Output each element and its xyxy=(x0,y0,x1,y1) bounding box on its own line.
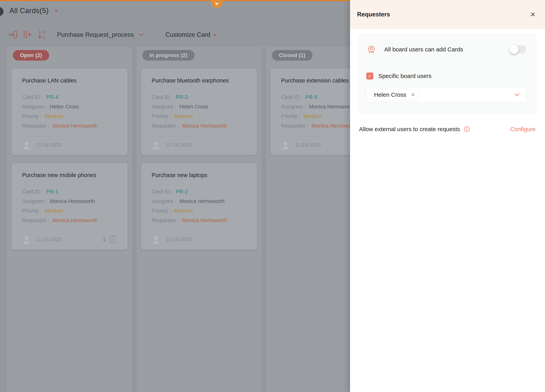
lane-in-progress-pill[interactable]: In progress (2) xyxy=(142,50,195,61)
card-fields: Card ID :PR-4 Assignee :Helen Cross Prio… xyxy=(22,93,117,131)
card-title: Purchase new mobile phones xyxy=(22,172,117,178)
assignee-label: Assignee : xyxy=(152,197,176,206)
card-date: 11-16-2023 xyxy=(166,142,191,148)
arrow-right-icon: ▸ xyxy=(214,32,216,38)
card-id-value[interactable]: PR-5 xyxy=(305,93,317,102)
card-footer: 11-16-2023 xyxy=(22,140,117,149)
checklist-count: 1 xyxy=(103,236,106,243)
user-multiselect[interactable]: Helen Cross ✕ xyxy=(366,87,526,103)
card-footer: 11-16-2023 xyxy=(152,140,247,149)
all-users-row: All board users can add Cards xyxy=(366,44,526,55)
assignee-value: Monica Hemsworth xyxy=(50,197,95,206)
specific-users-checkbox[interactable]: ✓ xyxy=(366,73,373,80)
assignee-value: Helen Cross xyxy=(50,102,79,112)
panel-header: Requesters ✕ xyxy=(350,0,545,29)
specific-users-label: Specific board users xyxy=(378,73,432,79)
assignee-value: Monica Hemsworth xyxy=(309,102,354,112)
pull-down-handle[interactable] xyxy=(211,0,223,8)
priority-value: Medium xyxy=(44,206,63,216)
external-users-row: Allow external users to create requests … xyxy=(359,126,536,132)
card-divider xyxy=(22,137,117,137)
chevron-down-icon xyxy=(215,3,219,5)
process-name: Purchase Request_process_2 xyxy=(57,31,134,38)
board-header: All Cards(5) ▾ xyxy=(9,7,58,15)
requestor-label: Requestor : xyxy=(281,121,309,131)
card-footer: 11-16-2023 1 xyxy=(22,235,117,244)
card-id-label: Card ID : xyxy=(22,187,43,197)
priority-label: Priority : xyxy=(152,112,171,121)
requestor-value: Monica Hemsworth xyxy=(182,121,227,131)
card-fields: Card ID :PR-2 Assignee :Monica Hemsworth… xyxy=(152,187,247,225)
card-pr-1[interactable]: Purchase new mobile phones Card ID :PR-1… xyxy=(12,163,128,250)
requesters-panel: Requesters ✕ All board users can add Car… xyxy=(350,0,545,392)
card-id-label: Card ID : xyxy=(281,93,302,102)
lane-open-pill[interactable]: Open (2) xyxy=(13,50,49,61)
card-title: Purchase new laptops xyxy=(152,172,247,178)
chevron-down-icon[interactable] xyxy=(514,93,520,97)
avatar xyxy=(22,235,31,244)
specific-users-row: ✓ Specific board users xyxy=(366,73,526,80)
card-date: 11-16-2023 xyxy=(36,236,62,243)
requestor-value: Monica Hemsworth xyxy=(312,121,357,131)
lane-in-progress: In progress (2) Purchase bluetooth earph… xyxy=(136,47,261,392)
chevron-down-icon xyxy=(138,33,144,36)
card-id-value[interactable]: PR-1 xyxy=(46,187,58,197)
card-fields: Card ID :PR-1 Assignee :Monica Hemsworth… xyxy=(22,187,117,225)
priority-value: Medium xyxy=(174,112,193,121)
card-pr-2[interactable]: Purchase new laptops Card ID :PR-2 Assig… xyxy=(141,163,257,250)
avatar xyxy=(22,140,31,149)
lane-open: Open (2) Purchase LAN cables Card ID :PR… xyxy=(7,47,132,392)
requester-settings-box: All board users can add Cards ✓ Specific… xyxy=(359,34,536,114)
collapse-right-icon[interactable] xyxy=(7,29,18,41)
card-id-value[interactable]: PR-3 xyxy=(176,93,188,102)
assignee-label: Assignee : xyxy=(281,102,306,112)
requestor-value: Monica Hemsworth xyxy=(53,121,98,131)
requestor-label: Requestor : xyxy=(22,121,50,131)
requestor-label: Requestor : xyxy=(152,216,179,225)
requestor-value: Monica Hemsworth xyxy=(182,216,227,225)
assignee-label: Assignee : xyxy=(22,102,47,112)
card-id-label: Card ID : xyxy=(152,187,173,197)
sort-letter-z: Z xyxy=(43,35,45,40)
configure-link[interactable]: Configure xyxy=(510,126,536,132)
all-users-toggle[interactable] xyxy=(510,45,526,53)
card-id-value[interactable]: PR-4 xyxy=(46,93,58,102)
checklist-icon[interactable] xyxy=(109,235,117,244)
card-pr-3[interactable]: Purchase bluetooth earphones Card ID :PR… xyxy=(141,68,257,155)
card-date: 11-16-2023 xyxy=(36,142,62,148)
assignee-value: Helen Cross xyxy=(179,102,208,112)
card-pr-4[interactable]: Purchase LAN cables Card ID :PR-4 Assign… xyxy=(12,68,128,155)
priority-value: Medium xyxy=(303,112,322,121)
board-title[interactable]: All Cards(5) xyxy=(9,7,49,15)
card-id-label: Card ID : xyxy=(22,93,43,102)
priority-label: Priority : xyxy=(152,206,171,216)
process-selector[interactable]: Purchase Request_process_2 xyxy=(57,31,144,38)
card-title: Purchase LAN cables xyxy=(22,77,117,84)
app-screen: All Cards(5) ▾ A Z xyxy=(0,0,545,392)
sort-az-icon[interactable]: A Z xyxy=(37,29,48,41)
assignee-value: Monica Hemsworth xyxy=(179,197,224,206)
card-id-value[interactable]: PR-2 xyxy=(176,187,188,197)
user-chip: Helen Cross ✕ xyxy=(370,89,419,101)
caret-down-icon[interactable]: ▾ xyxy=(55,8,58,14)
assignee-label: Assignee : xyxy=(152,102,176,112)
customize-card-button[interactable]: Customize Card ▸ xyxy=(166,31,216,38)
panel-body: All board users can add Cards ✓ Specific… xyxy=(350,34,545,132)
lane-closed-pill[interactable]: Closed (1) xyxy=(272,50,313,61)
info-icon[interactable] xyxy=(464,126,470,132)
remove-user-icon[interactable]: ✕ xyxy=(411,92,415,98)
priority-value: Medium xyxy=(44,112,63,121)
priority-label: Priority : xyxy=(281,112,300,121)
customize-card-label: Customize Card xyxy=(166,31,210,38)
requestor-label: Requestor : xyxy=(22,216,50,225)
all-users-label: All board users can add Cards xyxy=(384,46,510,53)
nav-bubble-partial[interactable] xyxy=(0,7,4,16)
kanban-lanes: Open (2) Purchase LAN cables Card ID :PR… xyxy=(7,47,391,392)
sort-letter-a: A xyxy=(43,30,45,34)
card-id-label: Card ID : xyxy=(152,93,173,102)
collapse-columns-icon[interactable] xyxy=(22,29,33,41)
check-icon: ✓ xyxy=(368,74,372,79)
user-settings-icon xyxy=(366,44,376,55)
close-icon[interactable]: ✕ xyxy=(530,11,536,18)
avatar xyxy=(152,140,161,149)
